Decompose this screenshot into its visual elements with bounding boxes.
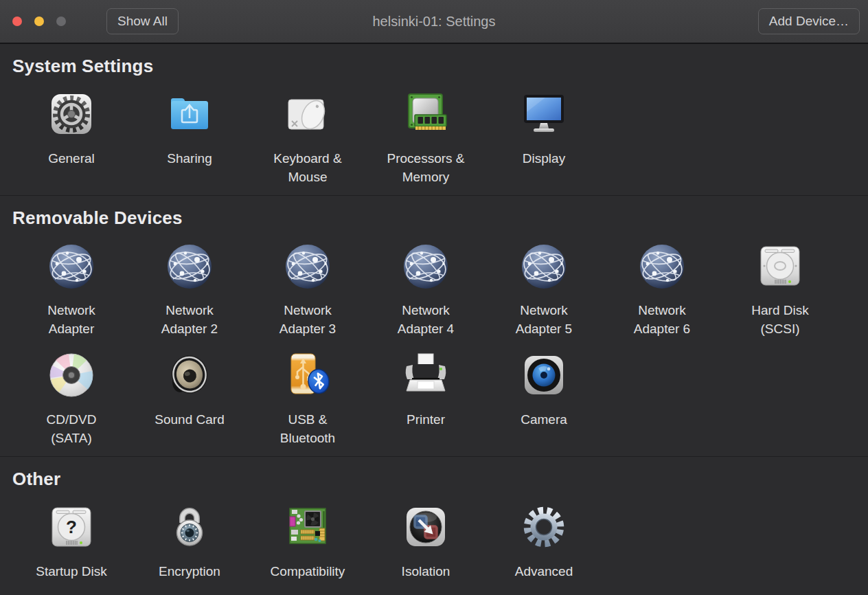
tile-sound-card[interactable]: Sound Card bbox=[130, 350, 249, 447]
tile-label: Network Adapter 3 bbox=[279, 301, 336, 338]
tile-processors-memory[interactable]: Processors & Memory bbox=[367, 89, 485, 186]
camera-icon bbox=[519, 350, 569, 400]
window-controls bbox=[12, 16, 66, 26]
tile-label: Isolation bbox=[402, 562, 450, 581]
close-button[interactable] bbox=[12, 16, 22, 26]
tile-camera[interactable]: Camera bbox=[485, 350, 603, 447]
tile-startup-disk[interactable]: ? Startup Disk bbox=[12, 502, 130, 581]
hard-disk-icon bbox=[755, 241, 805, 291]
motherboard-icon bbox=[283, 502, 332, 552]
settings-section: System Settings General bbox=[0, 44, 868, 195]
tile-label: Sharing bbox=[167, 149, 212, 168]
keyboard-mouse-icon bbox=[283, 89, 332, 139]
settings-sections: System Settings General bbox=[0, 44, 868, 595]
gear-general-icon bbox=[47, 89, 96, 139]
tile-network-adapter-6[interactable]: Network Adapter 6 bbox=[603, 241, 721, 338]
tile-label: Network Adapter 2 bbox=[161, 301, 218, 338]
show-all-button[interactable]: Show All bbox=[106, 8, 179, 34]
section-grid: Network Adapter Network Adapte bbox=[0, 241, 868, 456]
tile-hard-disk-scsi[interactable]: Hard Disk (SCSI) bbox=[721, 241, 839, 338]
tile-network-adapter-3[interactable]: Network Adapter 3 bbox=[249, 241, 367, 338]
tile-compatibility[interactable]: Compatibility bbox=[249, 502, 367, 581]
printer-icon bbox=[401, 350, 450, 400]
tile-keyboard-mouse[interactable]: Keyboard & Mouse bbox=[249, 89, 367, 186]
tile-isolation[interactable]: Isolation bbox=[367, 502, 485, 581]
tile-label: Startup Disk bbox=[36, 562, 106, 581]
tile-network-adapter-2[interactable]: Network Adapter 2 bbox=[130, 241, 249, 338]
tile-sharing[interactable]: Sharing bbox=[130, 89, 249, 186]
settings-window: Show All helsinki-01: Settings Add Devic… bbox=[0, 0, 868, 595]
tile-network-adapter-4[interactable]: Network Adapter 4 bbox=[367, 241, 485, 338]
tile-label: Display bbox=[523, 149, 565, 168]
tile-label: Encryption bbox=[159, 562, 220, 581]
network-globe-icon bbox=[47, 241, 96, 291]
tile-advanced[interactable]: Advanced bbox=[485, 502, 603, 581]
lock-icon bbox=[165, 502, 214, 552]
tile-label: Processors & Memory bbox=[387, 149, 465, 186]
tile-label: Network Adapter bbox=[47, 301, 95, 338]
cpu-memory-icon bbox=[401, 89, 450, 139]
settings-section: Removable Devices Network Ada bbox=[0, 195, 868, 456]
network-globe-icon bbox=[283, 241, 332, 291]
network-globe-icon bbox=[165, 241, 214, 291]
add-device-button[interactable]: Add Device… bbox=[758, 8, 860, 34]
svg-text:?: ? bbox=[66, 517, 77, 537]
settings-section: Other ? Startup Disk bbox=[0, 456, 868, 590]
network-globe-icon bbox=[637, 241, 687, 291]
tile-display[interactable]: Display bbox=[485, 89, 603, 186]
speaker-icon bbox=[165, 350, 214, 400]
display-monitor-icon bbox=[519, 89, 569, 139]
titlebar: Show All helsinki-01: Settings Add Devic… bbox=[0, 0, 868, 44]
zoom-button[interactable] bbox=[56, 16, 66, 26]
tile-label: USB & Bluetooth bbox=[280, 410, 335, 447]
tile-label: Compatibility bbox=[271, 562, 345, 581]
startup-disk-icon: ? bbox=[47, 502, 96, 552]
tile-label: Printer bbox=[407, 410, 445, 429]
folder-sharing-icon bbox=[165, 89, 214, 139]
tile-encryption[interactable]: Encryption bbox=[130, 502, 249, 581]
tile-label: Advanced bbox=[515, 562, 573, 581]
tile-label: Network Adapter 6 bbox=[634, 301, 690, 338]
section-grid: ? Startup Disk Encryption bbox=[0, 502, 868, 590]
tile-label: Sound Card bbox=[155, 410, 224, 429]
isolation-logo-icon bbox=[401, 502, 450, 552]
cd-disc-icon bbox=[47, 350, 96, 400]
tile-label: Hard Disk (SCSI) bbox=[751, 301, 808, 338]
tile-network-adapter-5[interactable]: Network Adapter 5 bbox=[485, 241, 603, 338]
tile-network-adapter[interactable]: Network Adapter bbox=[12, 241, 130, 338]
tile-label: Network Adapter 5 bbox=[516, 301, 572, 338]
tile-label: General bbox=[48, 149, 95, 168]
tile-cd-dvd-sata[interactable]: CD/DVD (SATA) bbox=[12, 350, 130, 447]
network-globe-icon bbox=[401, 241, 450, 291]
section-title: Removable Devices bbox=[12, 208, 868, 227]
tile-label: Camera bbox=[521, 410, 567, 429]
section-title: Other bbox=[12, 469, 868, 489]
section-title: System Settings bbox=[12, 56, 868, 76]
tile-printer[interactable]: Printer bbox=[367, 350, 485, 447]
minimize-button[interactable] bbox=[34, 16, 44, 26]
usb-bluetooth-icon bbox=[283, 350, 332, 400]
tile-label: CD/DVD (SATA) bbox=[47, 410, 97, 447]
tile-usb-bluetooth[interactable]: USB & Bluetooth bbox=[249, 350, 367, 447]
gear-advanced-icon bbox=[519, 502, 569, 552]
network-globe-icon bbox=[519, 241, 569, 291]
tile-label: Keyboard & Mouse bbox=[273, 149, 341, 186]
section-grid: General Sharing Keyboard & Mouse bbox=[0, 89, 868, 195]
tile-label: Network Adapter 4 bbox=[398, 301, 454, 338]
tile-general[interactable]: General bbox=[12, 89, 130, 186]
